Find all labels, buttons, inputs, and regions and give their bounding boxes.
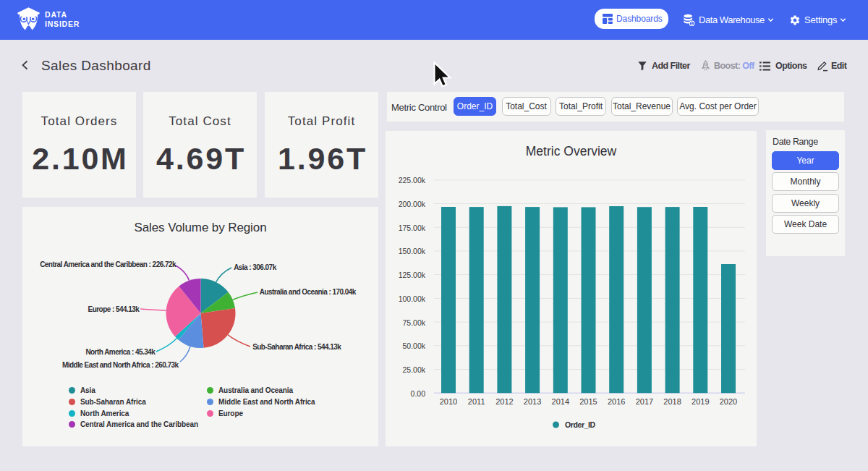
svg-text:North America : 45.34k: North America : 45.34k	[85, 348, 156, 356]
svg-text:225.00k: 225.00k	[399, 176, 426, 184]
svg-text:125.00k: 125.00k	[399, 271, 426, 279]
svg-text:2012: 2012	[495, 397, 513, 406]
svg-text:0.00: 0.00	[411, 389, 426, 398]
svg-text:2011: 2011	[468, 397, 485, 406]
svg-text:2010: 2010	[440, 397, 457, 406]
svg-text:2016: 2016	[608, 397, 625, 406]
svg-text:Order_ID: Order_ID	[565, 420, 596, 429]
svg-text:2019: 2019	[692, 397, 709, 406]
svg-text:Sub-Saharan Africa : 544.13k: Sub-Saharan Africa : 544.13k	[252, 343, 341, 351]
svg-text:200.00k: 200.00k	[399, 200, 426, 208]
svg-text:2013: 2013	[524, 397, 541, 406]
svg-text:100.00k: 100.00k	[399, 294, 426, 303]
svg-text:2015: 2015	[579, 397, 597, 406]
svg-text:175.00k: 175.00k	[399, 224, 426, 232]
svg-text:2018: 2018	[663, 397, 681, 406]
svg-text:50.00k: 50.00k	[402, 341, 425, 350]
svg-text:25.00k: 25.00k	[402, 365, 425, 374]
svg-text:Australia and Oceania : 170.04: Australia and Oceania : 170.04k	[260, 288, 357, 296]
svg-text:2020: 2020	[720, 397, 737, 406]
svg-text:75.00k: 75.00k	[402, 318, 425, 327]
svg-text:2017: 2017	[636, 397, 653, 406]
svg-text:2014: 2014	[552, 397, 569, 406]
svg-text:Europe : 544.13k: Europe : 544.13k	[88, 305, 140, 313]
svg-text:Middle East and North Africa :: Middle East and North Africa : 260.73k	[62, 361, 179, 369]
svg-text:Asia : 306.07k: Asia : 306.07k	[234, 263, 276, 271]
svg-text:150.00k: 150.00k	[399, 247, 426, 255]
svg-text:Central America and the Caribb: Central America and the Caribbean : 226.…	[40, 260, 176, 268]
